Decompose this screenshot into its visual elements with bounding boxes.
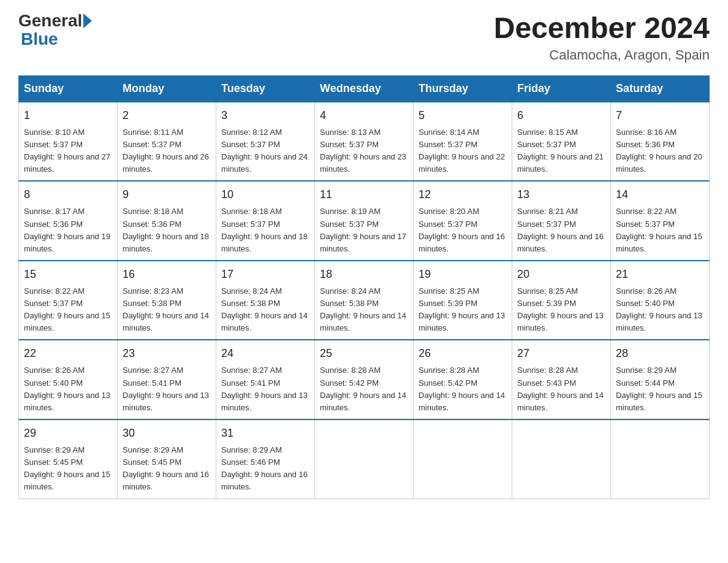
day-info: Sunrise: 8:29 AMSunset: 5:46 PMDaylight:… — [221, 444, 309, 494]
calendar-empty-cell — [611, 419, 710, 499]
calendar-empty-cell — [315, 419, 414, 499]
calendar-empty-cell — [512, 419, 611, 499]
day-info: Sunrise: 8:25 AMSunset: 5:39 PMDaylight:… — [419, 285, 507, 335]
day-info: Sunrise: 8:15 AMSunset: 5:37 PMDaylight:… — [517, 126, 605, 176]
page-subtitle: Calamocha, Aragon, Spain — [494, 47, 710, 63]
calendar-week-row: 15Sunrise: 8:22 AMSunset: 5:37 PMDayligh… — [19, 261, 710, 340]
calendar-day-cell: 15Sunrise: 8:22 AMSunset: 5:37 PMDayligh… — [19, 261, 118, 340]
calendar-day-cell: 14Sunrise: 8:22 AMSunset: 5:37 PMDayligh… — [611, 181, 710, 261]
day-number: 12 — [419, 186, 507, 203]
calendar-week-row: 29Sunrise: 8:29 AMSunset: 5:45 PMDayligh… — [19, 419, 710, 499]
calendar-day-cell: 26Sunrise: 8:28 AMSunset: 5:42 PMDayligh… — [414, 340, 512, 419]
calendar-day-cell: 12Sunrise: 8:20 AMSunset: 5:37 PMDayligh… — [414, 181, 512, 261]
calendar-day-cell: 4Sunrise: 8:13 AMSunset: 5:37 PMDaylight… — [315, 102, 414, 182]
day-info: Sunrise: 8:24 AMSunset: 5:38 PMDaylight:… — [320, 285, 408, 335]
day-info: Sunrise: 8:24 AMSunset: 5:38 PMDaylight:… — [221, 285, 309, 335]
day-number: 7 — [616, 107, 704, 124]
calendar-day-cell: 1Sunrise: 8:10 AMSunset: 5:37 PMDaylight… — [19, 102, 118, 182]
day-number: 23 — [123, 345, 211, 362]
day-info: Sunrise: 8:29 AMSunset: 5:45 PMDaylight:… — [123, 444, 211, 494]
day-number: 4 — [320, 107, 408, 124]
calendar-table: SundayMondayTuesdayWednesdayThursdayFrid… — [18, 75, 710, 499]
day-number: 31 — [221, 425, 309, 442]
day-number: 10 — [221, 186, 309, 203]
calendar-day-cell: 19Sunrise: 8:25 AMSunset: 5:39 PMDayligh… — [414, 261, 512, 340]
calendar-day-cell: 10Sunrise: 8:18 AMSunset: 5:37 PMDayligh… — [216, 181, 315, 261]
day-info: Sunrise: 8:11 AMSunset: 5:37 PMDaylight:… — [123, 126, 211, 176]
calendar-day-cell: 13Sunrise: 8:21 AMSunset: 5:37 PMDayligh… — [512, 181, 611, 261]
day-number: 27 — [517, 345, 605, 362]
calendar-header-row: SundayMondayTuesdayWednesdayThursdayFrid… — [19, 75, 710, 102]
title-block: December 2024 Calamocha, Aragon, Spain — [494, 12, 710, 63]
day-number: 18 — [320, 266, 408, 283]
day-info: Sunrise: 8:14 AMSunset: 5:37 PMDaylight:… — [419, 126, 507, 176]
calendar-day-cell: 18Sunrise: 8:24 AMSunset: 5:38 PMDayligh… — [315, 261, 414, 340]
day-info: Sunrise: 8:18 AMSunset: 5:36 PMDaylight:… — [123, 205, 211, 255]
day-number: 16 — [123, 266, 211, 283]
calendar-day-cell: 23Sunrise: 8:27 AMSunset: 5:41 PMDayligh… — [118, 340, 216, 419]
calendar-day-cell: 31Sunrise: 8:29 AMSunset: 5:46 PMDayligh… — [216, 419, 315, 499]
logo-arrow-icon — [83, 13, 92, 28]
calendar-week-row: 8Sunrise: 8:17 AMSunset: 5:36 PMDaylight… — [19, 181, 710, 261]
calendar-day-cell: 25Sunrise: 8:28 AMSunset: 5:42 PMDayligh… — [315, 340, 414, 419]
calendar-day-cell: 28Sunrise: 8:29 AMSunset: 5:44 PMDayligh… — [611, 340, 710, 419]
day-number: 24 — [221, 345, 309, 362]
calendar-day-cell: 3Sunrise: 8:12 AMSunset: 5:37 PMDaylight… — [216, 102, 315, 182]
weekday-header-sunday: Sunday — [19, 75, 118, 102]
day-info: Sunrise: 8:22 AMSunset: 5:37 PMDaylight:… — [24, 285, 112, 335]
day-number: 5 — [419, 107, 507, 124]
calendar-week-row: 22Sunrise: 8:26 AMSunset: 5:40 PMDayligh… — [19, 340, 710, 419]
day-info: Sunrise: 8:16 AMSunset: 5:36 PMDaylight:… — [616, 126, 704, 176]
day-number: 6 — [517, 107, 605, 124]
page-title: December 2024 — [494, 12, 710, 45]
day-info: Sunrise: 8:23 AMSunset: 5:38 PMDaylight:… — [123, 285, 211, 335]
day-info: Sunrise: 8:18 AMSunset: 5:37 PMDaylight:… — [221, 205, 309, 255]
day-info: Sunrise: 8:17 AMSunset: 5:36 PMDaylight:… — [24, 205, 112, 255]
calendar-day-cell: 5Sunrise: 8:14 AMSunset: 5:37 PMDaylight… — [414, 102, 512, 182]
calendar-day-cell: 2Sunrise: 8:11 AMSunset: 5:37 PMDaylight… — [118, 102, 216, 182]
day-info: Sunrise: 8:10 AMSunset: 5:37 PMDaylight:… — [24, 126, 112, 176]
weekday-header-wednesday: Wednesday — [315, 75, 414, 102]
day-number: 11 — [320, 186, 408, 203]
logo: General Blue — [18, 12, 93, 49]
day-info: Sunrise: 8:27 AMSunset: 5:41 PMDaylight:… — [221, 364, 309, 414]
day-info: Sunrise: 8:22 AMSunset: 5:37 PMDaylight:… — [616, 205, 704, 255]
calendar-week-row: 1Sunrise: 8:10 AMSunset: 5:37 PMDaylight… — [19, 102, 710, 182]
day-number: 29 — [24, 425, 112, 442]
day-info: Sunrise: 8:19 AMSunset: 5:37 PMDaylight:… — [320, 205, 408, 255]
day-number: 28 — [616, 345, 704, 362]
logo-blue-text: Blue — [21, 29, 58, 48]
day-info: Sunrise: 8:28 AMSunset: 5:42 PMDaylight:… — [419, 364, 507, 414]
calendar-day-cell: 11Sunrise: 8:19 AMSunset: 5:37 PMDayligh… — [315, 181, 414, 261]
day-number: 2 — [123, 107, 211, 124]
day-info: Sunrise: 8:13 AMSunset: 5:37 PMDaylight:… — [320, 126, 408, 176]
weekday-header-tuesday: Tuesday — [216, 75, 315, 102]
weekday-header-friday: Friday — [512, 75, 611, 102]
day-info: Sunrise: 8:12 AMSunset: 5:37 PMDaylight:… — [221, 126, 309, 176]
day-number: 26 — [419, 345, 507, 362]
day-number: 30 — [123, 425, 211, 442]
day-number: 1 — [24, 107, 112, 124]
day-number: 21 — [616, 266, 704, 283]
day-number: 17 — [221, 266, 309, 283]
day-number: 25 — [320, 345, 408, 362]
calendar-day-cell: 29Sunrise: 8:29 AMSunset: 5:45 PMDayligh… — [19, 419, 118, 499]
day-number: 15 — [24, 266, 112, 283]
calendar-day-cell: 6Sunrise: 8:15 AMSunset: 5:37 PMDaylight… — [512, 102, 611, 182]
weekday-header-saturday: Saturday — [611, 75, 710, 102]
calendar-day-cell: 8Sunrise: 8:17 AMSunset: 5:36 PMDaylight… — [19, 181, 118, 261]
calendar-day-cell: 30Sunrise: 8:29 AMSunset: 5:45 PMDayligh… — [118, 419, 216, 499]
logo-general-text: General — [18, 12, 82, 29]
day-info: Sunrise: 8:29 AMSunset: 5:44 PMDaylight:… — [616, 364, 704, 414]
day-info: Sunrise: 8:26 AMSunset: 5:40 PMDaylight:… — [24, 364, 112, 414]
day-info: Sunrise: 8:27 AMSunset: 5:41 PMDaylight:… — [123, 364, 211, 414]
day-number: 8 — [24, 186, 112, 203]
day-number: 20 — [517, 266, 605, 283]
day-info: Sunrise: 8:28 AMSunset: 5:42 PMDaylight:… — [320, 364, 408, 414]
weekday-header-thursday: Thursday — [414, 75, 512, 102]
page-header: General Blue December 2024 Calamocha, Ar… — [18, 12, 710, 63]
calendar-day-cell: 22Sunrise: 8:26 AMSunset: 5:40 PMDayligh… — [19, 340, 118, 419]
day-info: Sunrise: 8:21 AMSunset: 5:37 PMDaylight:… — [517, 205, 605, 255]
calendar-day-cell: 16Sunrise: 8:23 AMSunset: 5:38 PMDayligh… — [118, 261, 216, 340]
day-number: 9 — [123, 186, 211, 203]
